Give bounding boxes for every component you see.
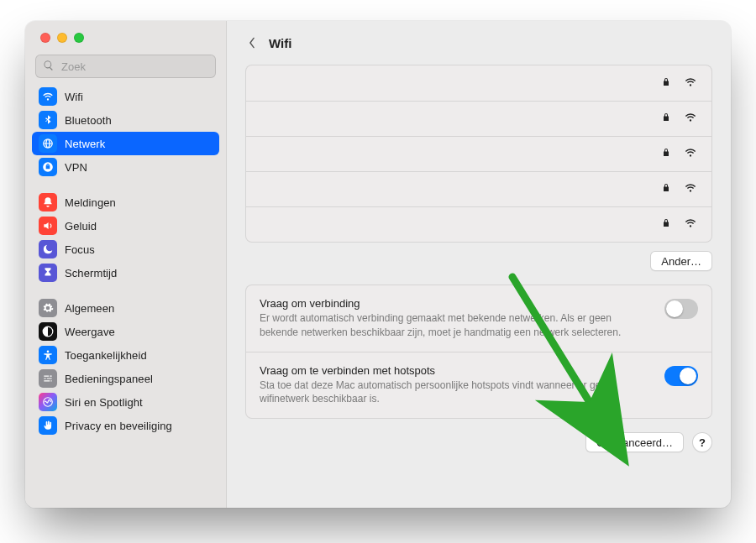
sidebar-item-label: Meldingen (65, 196, 116, 209)
network-row[interactable] (246, 206, 711, 242)
hourglass-icon (39, 264, 57, 282)
sidebar-item-label: Geluid (65, 220, 97, 232)
sidebar-item-netwerk[interactable]: Netwerk (32, 132, 219, 155)
titlebar: Wifi (227, 21, 731, 65)
sidebar: WifiBluetoothNetwerkVPNMeldingenGeluidFo… (25, 21, 227, 508)
sidebar-item-label: Privacy en beveiliging (65, 420, 172, 432)
globe-icon (39, 134, 57, 153)
sidebar-item-algemeen[interactable]: Algemeen (32, 296, 219, 320)
sidebar-item-label: Siri en Spotlight (65, 396, 143, 409)
toggle-ask_hotspot[interactable] (664, 366, 698, 386)
option-ask_join: Vraag om verbindingEr wordt automatisch … (246, 285, 711, 352)
wifi-signal-icon (683, 147, 698, 161)
sidebar-item-meldingen[interactable]: Meldingen (32, 191, 219, 214)
lock-icon (661, 217, 671, 232)
option-ask_hotspot: Vraag om te verbinden met hotspotsSta to… (246, 352, 711, 419)
toggle-ask_join[interactable] (664, 299, 698, 319)
network-row[interactable] (246, 101, 711, 136)
lock-icon (661, 112, 671, 126)
search-field[interactable] (35, 55, 216, 78)
sliders-icon (39, 369, 57, 388)
option-title: Vraag om verbinding (260, 297, 653, 310)
advanced-button[interactable]: Geavanceerd… (585, 432, 684, 452)
search-icon (43, 60, 60, 74)
wifi-icon (39, 87, 57, 106)
hand-icon (39, 416, 57, 435)
wifi-signal-icon (683, 76, 698, 91)
sidebar-item-privacy[interactable]: Privacy en beveiliging (32, 414, 219, 437)
networks-panel (245, 65, 712, 243)
sidebar-item-label: Toegankelijkheid (65, 349, 147, 362)
sidebar-item-label: Netwerk (65, 138, 105, 150)
network-row[interactable] (246, 171, 711, 206)
sidebar-item-toegankelijkheid[interactable]: Toegankelijkheid (32, 343, 219, 367)
close-window-button[interactable] (40, 33, 50, 43)
moon-icon (39, 240, 57, 258)
bluetooth-icon (39, 111, 57, 129)
sidebar-item-geluid[interactable]: Geluid (32, 214, 219, 238)
network-row[interactable] (246, 136, 711, 171)
system-settings-window: WifiBluetoothNetwerkVPNMeldingenGeluidFo… (25, 21, 731, 508)
lock-icon (661, 147, 671, 161)
sidebar-item-label: Schermtijd (65, 267, 117, 279)
wifi-signal-icon (683, 217, 698, 232)
option-description: Er wordt automatisch verbinding gemaakt … (260, 311, 646, 340)
sidebar-item-label: Bluetooth (65, 114, 112, 127)
sidebar-item-label: Weergave (65, 326, 115, 338)
sidebar-item-siri[interactable]: Siri en Spotlight (32, 390, 219, 414)
sidebar-item-schermtijd[interactable]: Schermtijd (32, 261, 219, 285)
main-content: Wifi Ander… Vraag om verbindingEr wordt … (227, 21, 731, 508)
window-traffic-lights (25, 21, 226, 50)
access-icon (39, 346, 57, 364)
network-row[interactable] (246, 65, 711, 101)
other-network-button[interactable]: Ander… (650, 251, 712, 271)
lock-icon (661, 76, 671, 91)
siri-icon (39, 393, 57, 411)
lock-icon (661, 182, 671, 196)
gear-icon (39, 299, 57, 317)
sidebar-item-wifi[interactable]: Wifi (32, 85, 219, 108)
vpn-icon (39, 158, 57, 176)
sidebar-item-label: Focus (65, 243, 95, 256)
help-button[interactable]: ? (692, 432, 712, 452)
sidebar-item-bediening[interactable]: Bedieningspaneel (32, 367, 219, 390)
search-input[interactable] (60, 60, 208, 74)
wifi-signal-icon (683, 112, 698, 126)
theme-icon (39, 322, 57, 341)
back-button[interactable] (242, 33, 262, 53)
options-panel: Vraag om verbindingEr wordt automatisch … (245, 285, 712, 419)
speaker-icon (39, 217, 57, 235)
sidebar-item-label: Algemeen (65, 302, 114, 315)
sidebar-item-label: Wifi (65, 91, 83, 103)
sidebar-item-focus[interactable]: Focus (32, 238, 219, 261)
sidebar-item-label: Bedieningspaneel (65, 373, 153, 385)
sidebar-item-label: VPN (65, 161, 87, 174)
sidebar-item-bluetooth[interactable]: Bluetooth (32, 108, 219, 132)
sidebar-item-weergave[interactable]: Weergave (32, 320, 219, 343)
option-description: Sta toe dat deze Mac automatisch persoon… (260, 379, 646, 407)
wifi-signal-icon (683, 182, 698, 196)
option-title: Vraag om te verbinden met hotspots (260, 364, 653, 377)
zoom-window-button[interactable] (74, 33, 84, 43)
page-title: Wifi (269, 36, 291, 50)
sidebar-item-vpn[interactable]: VPN (32, 155, 219, 179)
bell-icon (39, 193, 57, 211)
minimize-window-button[interactable] (57, 33, 67, 43)
